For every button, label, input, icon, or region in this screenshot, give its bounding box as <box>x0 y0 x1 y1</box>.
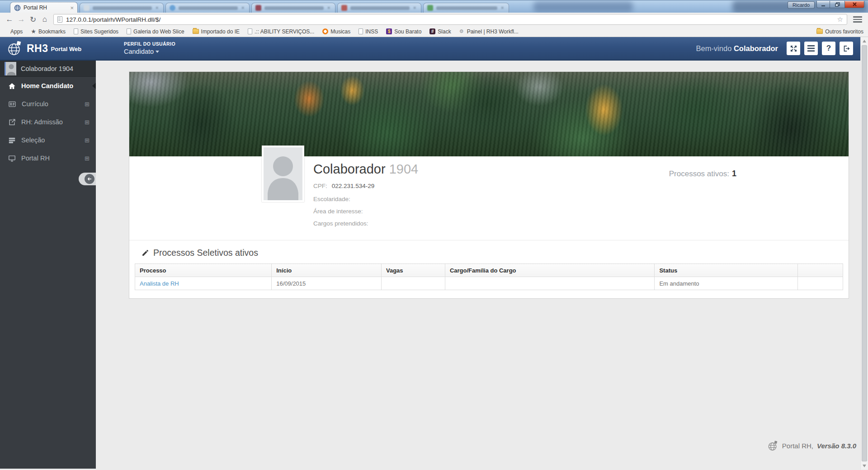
app-header: RH3 Portal Web PERFIL DO USUÁRIO Candida… <box>0 37 860 61</box>
cpf-value: 022.231.534-29 <box>332 183 375 189</box>
processo-link[interactable]: Analista de RH <box>140 280 179 287</box>
background-tab[interactable]: × <box>165 3 250 13</box>
back-button[interactable]: ← <box>4 14 15 25</box>
col-header-status: Status <box>655 264 797 277</box>
folder-icon <box>816 29 823 34</box>
sidebar-user[interactable]: Colaborador 1904 <box>0 61 96 77</box>
forward-button[interactable]: → <box>15 14 27 25</box>
col-header-inicio: Início <box>272 264 382 277</box>
address-bar[interactable]: 127.0.0.1/portalrh/WPortalRH.dll/$/ ☆ <box>53 14 847 25</box>
browser-profile-button[interactable]: Ricardo <box>788 1 815 9</box>
bookmark-label: Slack <box>438 28 451 35</box>
other-bookmarks-label: Outros favoritos <box>825 28 863 35</box>
field-escolaridade: Escolaridade: <box>313 193 418 205</box>
page-icon <box>74 28 78 34</box>
restore-button[interactable] <box>830 1 844 8</box>
globe-logo-icon <box>7 40 23 56</box>
tab-portal-rh[interactable]: Portal RH × <box>10 2 78 13</box>
close-button[interactable] <box>844 1 864 8</box>
bookmark-label: Musicas <box>330 28 350 35</box>
cpf-row: CPF:022.231.534-29 <box>313 183 418 189</box>
blurred-tab-text <box>436 6 497 10</box>
background-tab[interactable]: × <box>80 3 164 13</box>
tab-favicon-icon <box>341 5 347 11</box>
processos-table: Processo Início Vagas Cargo/Família do C… <box>135 263 843 290</box>
col-header-vagas: Vagas <box>381 264 445 277</box>
scrollbar-thumb[interactable] <box>862 45 867 461</box>
processos-ativos-count: 1 <box>732 169 736 178</box>
sidebar-item-label: Portal RH <box>21 155 50 162</box>
bookmark-painel-rh3[interactable]: ⚙Painel | RH3 Workfl... <box>459 28 519 35</box>
menu-button[interactable] <box>804 42 818 55</box>
minimize-button[interactable] <box>816 1 830 8</box>
help-button[interactable]: ? <box>822 42 835 55</box>
page-icon <box>127 28 131 34</box>
bookmark-musicas[interactable]: Musicas <box>322 28 350 35</box>
portal-rh-app: RH3 Portal Web PERFIL DO USUÁRIO Candida… <box>0 37 868 470</box>
bookmark-star-icon[interactable]: ☆ <box>837 15 843 24</box>
tab-close-icon[interactable]: × <box>70 5 74 11</box>
cpf-label: CPF: <box>313 183 327 189</box>
sidebar-item-curriculo[interactable]: Currículo ⊞ <box>0 95 96 113</box>
star-icon: ★ <box>31 28 36 35</box>
user-profile-selector[interactable]: PERFIL DO USUÁRIO Candidato <box>124 41 175 55</box>
bookmark-galeria-web-slice[interactable]: Galeria do Web Slice <box>127 28 184 35</box>
bookmark-slack[interactable]: #Slack <box>429 28 451 35</box>
sidebar-collapse-button[interactable] <box>79 173 96 185</box>
home-button[interactable]: ⌂ <box>39 14 51 25</box>
bookmark-sou-barato[interactable]: $Sou Barato <box>386 28 421 35</box>
sidebar-item-label: Currículo <box>22 100 48 108</box>
restore-icon <box>835 2 840 7</box>
tab-close-icon[interactable]: × <box>413 6 417 10</box>
tab-close-icon[interactable]: × <box>501 6 505 10</box>
bookmark-ability-servicos[interactable]: .:: ABILITY SERVIÇOS... <box>248 28 314 35</box>
background-tab[interactable]: × <box>423 3 509 13</box>
sidebar-item-home-candidato[interactable]: Home Candidato <box>0 77 96 95</box>
logo-subtext: Portal Web <box>51 46 82 52</box>
scrollbar-up-arrow[interactable] <box>861 37 868 45</box>
tab-strip: Portal RH × × × × × × Ricardo <box>0 0 868 13</box>
url-text[interactable]: 127.0.0.1/portalrh/WPortalRH.dll/$/ <box>66 16 837 23</box>
other-bookmarks-button[interactable]: Outros favoritos <box>816 28 863 35</box>
globe-favicon-icon <box>14 5 21 11</box>
logout-button[interactable] <box>840 42 853 55</box>
bookmark-label: Importado do IE <box>201 28 240 35</box>
logo-text: RH3 <box>27 42 48 55</box>
blurred-tab-text <box>93 6 152 10</box>
bookmark-label: Apps <box>10 28 23 35</box>
tab-close-icon[interactable]: × <box>156 6 160 10</box>
page-security-icon[interactable] <box>57 16 62 23</box>
background-tab[interactable]: × <box>251 3 335 13</box>
processos-section: Processos Seletivos ativos Processo Iníc… <box>129 248 849 290</box>
expand-icon[interactable]: ⊞ <box>85 155 90 162</box>
col-header-processo: Processo <box>135 264 272 277</box>
rh3-logo: RH3 Portal Web <box>7 40 124 56</box>
cell-cargo <box>445 277 655 290</box>
dollar-icon: $ <box>386 28 392 34</box>
bookmark-inss[interactable]: INSS <box>359 28 378 35</box>
bookmark-sites-sugeridos[interactable]: Sites Sugeridos <box>74 28 118 35</box>
blurred-tab-text <box>264 6 324 10</box>
bookmark-apps[interactable]: Apps <box>5 28 23 35</box>
bookmark-importado-ie[interactable]: Importado do IE <box>193 28 240 35</box>
tab-close-icon[interactable]: × <box>327 6 331 10</box>
reload-button[interactable]: ↻ <box>27 14 39 25</box>
share-icon <box>8 118 16 126</box>
expand-icon[interactable]: ⊞ <box>85 137 90 144</box>
expand-icon[interactable]: ⊞ <box>85 101 90 108</box>
folder-icon <box>193 29 199 34</box>
fullscreen-button[interactable] <box>787 42 800 55</box>
table-row: Analista de RH 16/09/2015 Em andamento <box>135 277 843 290</box>
bookmark-bookmarks[interactable]: ★Bookmarks <box>31 28 66 35</box>
menu-icon <box>807 45 815 52</box>
page-scrollbar[interactable] <box>860 37 868 470</box>
sidebar-item-portal-rh[interactable]: Portal RH ⊞ <box>0 149 96 167</box>
sidebar-item-selecao[interactable]: Seleção ⊞ <box>0 131 96 149</box>
perfil-label: PERFIL DO USUÁRIO <box>124 41 175 47</box>
browser-menu-button[interactable] <box>851 14 864 25</box>
expand-icon[interactable]: ⊞ <box>85 119 90 126</box>
background-tab[interactable]: × <box>337 3 421 13</box>
sidebar-item-rh-admissao[interactable]: RH: Admissão ⊞ <box>0 113 96 131</box>
scrollbar-down-arrow[interactable] <box>861 462 868 470</box>
tab-close-icon[interactable]: × <box>241 6 245 10</box>
